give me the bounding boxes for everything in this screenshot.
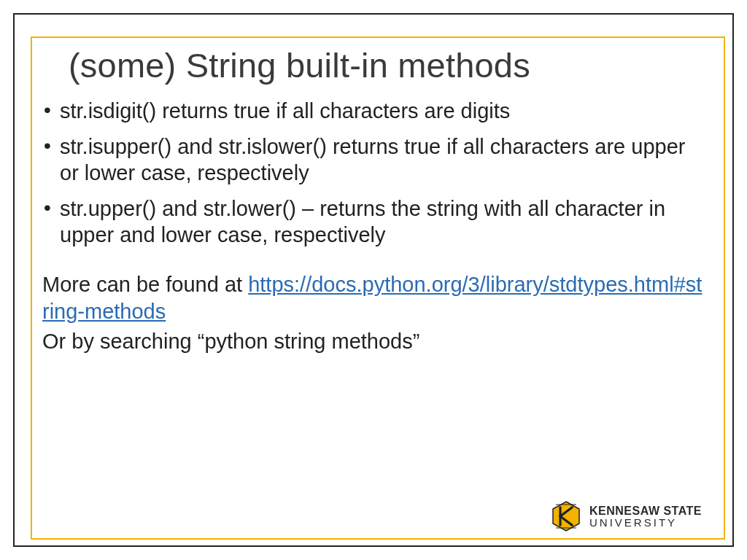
more-info-block: More can be found at https://docs.python… bbox=[42, 271, 705, 325]
more-intro-text: More can be found at bbox=[42, 273, 248, 296]
bullet-item: str.isupper() and str.islower() returns … bbox=[42, 134, 705, 186]
university-logo: KENNESAW STATE UNIVERSITY bbox=[550, 500, 702, 532]
bullet-item: str.isdigit() returns true if all charac… bbox=[42, 98, 705, 124]
slide-content: (some) String built-in methods str.isdig… bbox=[42, 45, 705, 531]
bullet-list: str.isdigit() returns true if all charac… bbox=[42, 98, 705, 248]
logo-line1: KENNESAW STATE bbox=[589, 505, 702, 517]
logo-line2: UNIVERSITY bbox=[589, 517, 702, 528]
logo-text: KENNESAW STATE UNIVERSITY bbox=[589, 505, 702, 528]
ksu-logo-icon bbox=[550, 500, 582, 532]
slide-title: (some) String built-in methods bbox=[69, 45, 705, 85]
search-hint: Or by searching “python string methods” bbox=[42, 330, 705, 354]
bullet-item: str.upper() and str.lower() – returns th… bbox=[42, 196, 705, 248]
